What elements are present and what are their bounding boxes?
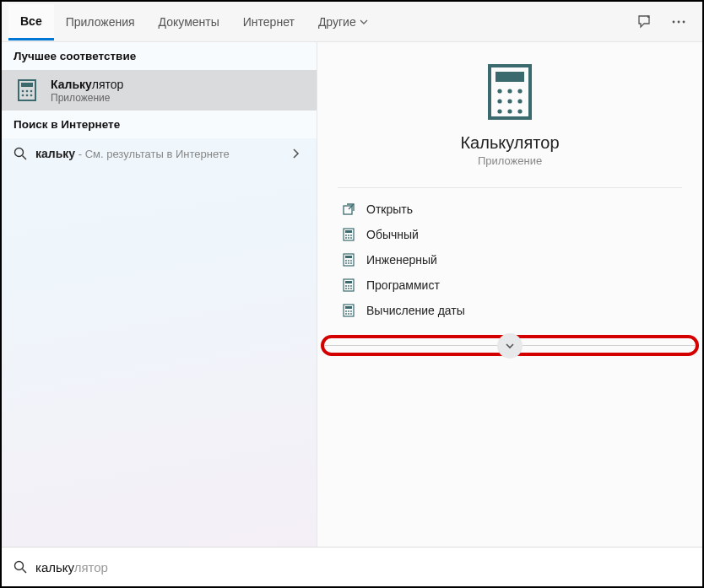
top-tabs: Все Приложения Документы Интернет Другие (2, 2, 702, 42)
svg-point-7 (30, 90, 33, 93)
search-icon (14, 147, 27, 160)
svg-line-12 (23, 156, 27, 160)
svg-point-46 (345, 288, 347, 289)
svg-point-17 (517, 89, 522, 93)
action-standard[interactable]: Обычный (338, 222, 682, 247)
svg-point-19 (507, 99, 512, 103)
svg-point-35 (345, 260, 347, 262)
expand-button[interactable] (497, 333, 523, 359)
svg-point-44 (348, 285, 349, 287)
result-subtitle: Приложение (51, 92, 123, 104)
web-result[interactable]: кальку - См. результаты в Интернете (2, 138, 317, 169)
detail-subtitle: Приложение (478, 154, 542, 167)
best-match-header: Лучшее соответствие (2, 42, 317, 70)
more-icon[interactable] (662, 5, 696, 39)
calculator-large-icon (480, 62, 539, 121)
detail-pane: Калькулятор Приложение Открыть Обычный И… (317, 42, 702, 547)
svg-point-10 (30, 94, 33, 97)
search-text: калькулятор (35, 560, 108, 575)
action-list: Открыть Обычный Инженерный Программист В… (317, 188, 702, 328)
svg-point-5 (22, 90, 24, 93)
svg-point-32 (350, 237, 352, 239)
svg-rect-26 (345, 230, 352, 233)
action-label: Инженерный (366, 253, 437, 267)
svg-point-31 (348, 237, 349, 239)
svg-point-47 (348, 288, 349, 289)
svg-point-15 (497, 89, 501, 93)
detail-title: Калькулятор (460, 133, 559, 153)
svg-point-37 (350, 260, 352, 262)
tab-more[interactable]: Другие (306, 5, 380, 39)
svg-point-27 (345, 235, 347, 236)
tab-all[interactable]: Все (8, 4, 54, 40)
tab-apps[interactable]: Приложения (54, 5, 147, 39)
svg-point-0 (673, 20, 675, 23)
svg-point-39 (348, 262, 349, 264)
action-open[interactable]: Открыть (338, 197, 682, 222)
action-label: Открыть (366, 202, 413, 216)
svg-point-56 (350, 313, 352, 315)
svg-rect-34 (345, 256, 352, 258)
calculator-icon (14, 77, 41, 104)
search-input[interactable]: калькулятор (2, 547, 702, 586)
tab-documents[interactable]: Документы (147, 5, 231, 39)
action-scientific[interactable]: Инженерный (338, 247, 682, 272)
calculator-icon (341, 303, 356, 318)
calculator-icon (341, 227, 356, 242)
calculator-icon (341, 278, 356, 293)
svg-point-43 (345, 285, 347, 287)
action-label: Вычисление даты (366, 304, 465, 317)
svg-point-48 (350, 288, 352, 289)
svg-point-57 (15, 562, 24, 570)
result-title: Калькулятор (51, 78, 123, 91)
svg-point-16 (507, 89, 512, 93)
action-label: Обычный (366, 228, 419, 241)
chevron-down-icon (360, 18, 368, 26)
svg-point-22 (507, 109, 512, 113)
svg-point-54 (345, 313, 347, 315)
feedback-icon[interactable] (628, 5, 662, 39)
svg-point-11 (15, 148, 24, 157)
svg-point-29 (350, 235, 352, 236)
svg-point-55 (348, 313, 349, 315)
svg-point-23 (517, 109, 522, 113)
web-search-header: Поиск в Интернете (2, 111, 317, 138)
svg-point-40 (350, 262, 352, 264)
calculator-icon (341, 252, 356, 267)
action-label: Программист (366, 278, 440, 292)
svg-point-18 (497, 99, 501, 103)
svg-point-53 (350, 310, 352, 312)
svg-point-8 (22, 94, 24, 97)
search-icon (14, 560, 27, 574)
svg-rect-42 (345, 281, 352, 283)
expand-highlight (321, 335, 699, 356)
svg-point-6 (26, 90, 29, 93)
svg-rect-50 (345, 306, 352, 309)
svg-point-9 (26, 94, 29, 97)
svg-point-36 (348, 260, 349, 262)
action-date-calc[interactable]: Вычисление даты (338, 298, 682, 323)
svg-point-28 (348, 235, 349, 236)
web-query: кальку - См. результаты в Интернете (35, 147, 230, 160)
results-pane: Лучшее соответствие Калькулятор Приложен… (2, 42, 317, 547)
svg-point-51 (345, 310, 347, 312)
svg-rect-14 (496, 72, 524, 82)
svg-point-52 (348, 310, 349, 312)
chevron-down-icon (504, 340, 516, 352)
svg-line-58 (23, 569, 27, 574)
svg-point-30 (345, 237, 347, 239)
tab-internet[interactable]: Интернет (231, 5, 306, 39)
svg-point-2 (683, 20, 685, 23)
svg-point-45 (350, 285, 352, 287)
svg-point-20 (517, 99, 522, 103)
result-calculator[interactable]: Калькулятор Приложение (2, 70, 317, 111)
svg-rect-4 (21, 83, 33, 87)
open-icon (341, 202, 356, 217)
action-programmer[interactable]: Программист (338, 272, 682, 298)
svg-point-1 (678, 20, 680, 23)
svg-point-21 (497, 109, 501, 113)
svg-point-38 (345, 262, 347, 264)
chevron-right-icon (291, 148, 305, 159)
